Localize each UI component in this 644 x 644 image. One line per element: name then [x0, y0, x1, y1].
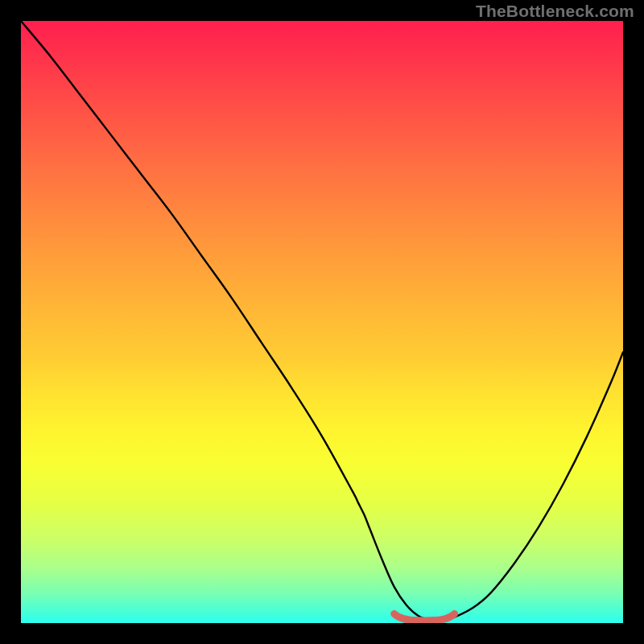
optimal-range-marker — [394, 614, 455, 621]
bottleneck-curve — [21, 21, 623, 621]
chart-plot-area — [21, 21, 623, 623]
chart-svg — [21, 21, 623, 623]
watermark-text: TheBottleneck.com — [476, 2, 634, 21]
